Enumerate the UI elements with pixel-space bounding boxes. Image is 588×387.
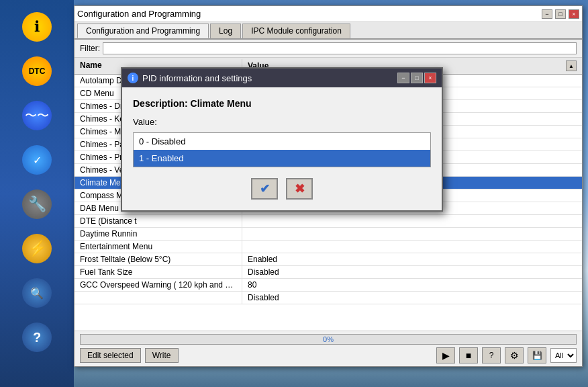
modal-option-0[interactable]: 0 - Disabled [134, 133, 430, 150]
modal-close-button[interactable]: × [424, 73, 436, 83]
modal-body: Description: Climate Menu Value: 0 - Dis… [122, 87, 442, 210]
modal-maximize-button[interactable]: □ [411, 73, 423, 83]
modal-option-1[interactable]: 1 - Enabled [134, 150, 430, 167]
modal-title-icon: i [128, 73, 138, 83]
modal-value-label: Value: [133, 117, 431, 127]
modal-confirm-button[interactable]: ✔ [251, 178, 278, 200]
modal-minimize-button[interactable]: − [397, 73, 409, 83]
modal-options-list: 0 - Disabled 1 - Enabled [133, 132, 431, 167]
modal-controls: − □ × [397, 73, 436, 83]
modal-overlay: i PID information and settings − □ × Des… [0, 0, 588, 387]
modal-cancel-button[interactable]: ✖ [286, 178, 313, 200]
modal-title: i PID information and settings [128, 73, 252, 83]
pid-dialog: i PID information and settings − □ × Des… [121, 67, 443, 212]
modal-title-bar: i PID information and settings − □ × [122, 69, 442, 87]
modal-description: Description: Climate Menu [133, 98, 431, 109]
modal-buttons: ✔ ✖ [133, 178, 431, 200]
